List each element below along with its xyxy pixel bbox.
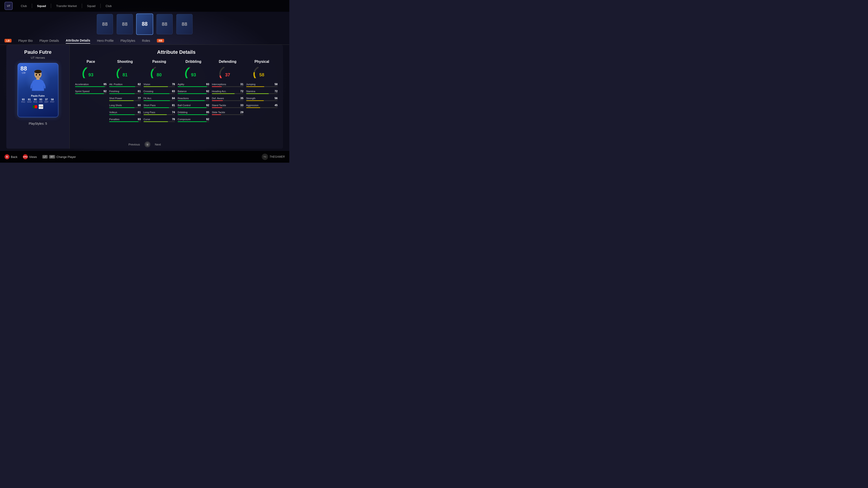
attr-label-strength: Strength (246, 97, 256, 100)
back-button[interactable]: B Back (4, 154, 18, 159)
attr-row-long-pass: Long Pass74 (144, 111, 175, 115)
attr-bar-fill-curve (144, 121, 168, 122)
attr-val-heading-acc-: 72 (238, 90, 243, 93)
arc-meter-shooting: 81 (115, 65, 135, 78)
attr-bar-bg-acceleration (75, 86, 106, 87)
card-top-left: 88 LW (21, 66, 27, 74)
attr-bar-bg-balance (178, 93, 209, 94)
b-button-badge: B (4, 154, 9, 159)
carousel-card-1[interactable]: 88 (97, 14, 113, 34)
player-image (26, 68, 51, 93)
card-stats-row: 93 PAC 81 SHO 80 PAS 93 DRI 37 DEF (21, 98, 55, 103)
attr-bar-fill-volleys (109, 114, 135, 115)
attr-row-fk-acc-: FK Acc.84 (144, 97, 175, 101)
nav-squad-2[interactable]: Squad (84, 3, 98, 8)
tab-playstyles[interactable]: PlayStyles (121, 38, 135, 43)
top-navigation: Club Squad Transfer Market Squad Club (18, 3, 114, 8)
svg-point-1 (34, 70, 41, 73)
attr-bar-bg-aggression (246, 107, 278, 108)
player-team: UT Heroes (31, 56, 45, 59)
attr-bar-bg-short-pass (144, 107, 175, 108)
attr-label-interceptions: Interceptions (212, 83, 226, 86)
attr-row-vision: Vision78 (144, 83, 175, 87)
playstyles-label: PlayStyles: 5 (29, 122, 47, 125)
nav-transfer-market[interactable]: Transfer Market (53, 3, 79, 8)
attr-row-def--aware: Def. Aware35 (212, 97, 243, 101)
tab-player-details[interactable]: Player Details (39, 38, 59, 43)
attr-category-shooting: Shooting 81 (109, 60, 141, 80)
attr-val-short-pass: 81 (169, 104, 175, 107)
attr-val-vision: 78 (169, 83, 175, 86)
attr-row-stamina: Stamina72 (246, 90, 278, 94)
attr-label-stand-tackle: Stand Tackle (212, 104, 226, 107)
attr-row-slide-tackle: Slide Tackle29 (212, 111, 243, 115)
svg-text:9: 9 (147, 143, 148, 146)
nav-club-2[interactable]: Club (103, 3, 114, 8)
attr-label-heading-acc-: Heading Acc. (212, 90, 226, 93)
attr-val-shot-power: 77 (135, 97, 141, 100)
attr-label-long-shots: Long Shots (109, 104, 122, 107)
attr-label-agility: Agility (178, 83, 184, 86)
change-player-label: Change Player (57, 155, 76, 159)
nav-squad[interactable]: Squad (34, 3, 49, 8)
attr-bar-bg-stand-tackle (212, 107, 243, 108)
card-stat-sho: 81 SHO (27, 98, 32, 103)
attr-column-defending: Defending 37 Interceptions31Heading Acc.… (212, 60, 243, 124)
right-panel: Attribute Details Pace 93 Acceleration95… (70, 45, 283, 149)
svg-point-3 (36, 74, 37, 76)
carousel-card-2[interactable]: 88 (117, 14, 133, 34)
arc-meter-pace: 93 (81, 65, 101, 78)
attr-val-def--aware: 35 (238, 97, 243, 100)
attr-bar-bg-dribbling (178, 114, 209, 115)
attr-bar-bg-fk-acc- (144, 100, 175, 101)
pagination-icon: 9 (146, 142, 149, 146)
attr-row-reactions: Reactions86 (178, 97, 209, 101)
attr-val-stand-tackle: 33 (238, 104, 243, 107)
card-rating-active: 88 (142, 21, 148, 27)
attr-category-physical: Physical 58 (246, 60, 278, 80)
attr-bar-bg-slide-tackle (212, 114, 243, 115)
nav-club[interactable]: Club (18, 3, 30, 8)
tab-attribute-details[interactable]: Attribute Details (66, 38, 90, 43)
lb-button[interactable]: LB (4, 39, 11, 42)
attr-row-short-pass: Short Pass81 (144, 104, 175, 108)
attr-category-label-physical: Physical (246, 60, 278, 64)
attr-bar-fill-stand-tackle (212, 107, 222, 108)
attr-category-label-passing: Passing (144, 60, 175, 64)
league-badge: LaLiga (39, 104, 43, 109)
carousel-card-active[interactable]: 88 (136, 13, 153, 35)
carousel-card-5[interactable]: 88 (176, 14, 193, 34)
tab-hero-profile[interactable]: Hero Profile (97, 38, 114, 43)
attr-bar-fill-vision (144, 86, 168, 87)
bottom-right: TG THEGAMER (262, 154, 285, 160)
attr-bar-bg-finishing (109, 93, 141, 94)
tab-roles[interactable]: Roles (142, 38, 150, 43)
attr-val-finishing: 81 (135, 90, 141, 93)
attr-val-volleys: 81 (135, 111, 141, 114)
attr-bar-fill-att--position (109, 86, 135, 87)
attribute-title: Attribute Details (75, 49, 278, 55)
card-rating-2: 88 (122, 21, 127, 27)
r-button-badge: ◄R► (23, 154, 28, 159)
attr-row-agility: Agility93 (178, 83, 209, 87)
nav-divider-3 (82, 4, 82, 8)
attr-row-sprint-speed: Sprint Speed92 (75, 90, 106, 94)
attr-label-shot-power: Shot Power (109, 97, 122, 100)
carousel-card-4[interactable]: 88 (156, 14, 173, 34)
rb-button[interactable]: RB (157, 39, 164, 42)
views-button[interactable]: ◄R► Views (23, 154, 37, 159)
change-player-button[interactable]: LT RT Change Player (42, 155, 76, 159)
back-label: Back (11, 155, 18, 159)
attr-bar-fill-agility (178, 86, 207, 87)
tab-player-bio[interactable]: Player Bio (18, 38, 33, 43)
left-panel: Paulo Futre UT Heroes 88 LW (6, 45, 70, 149)
next-button[interactable]: Next (155, 143, 161, 146)
attr-label-dribbling: Dribbling (178, 111, 187, 113)
previous-button[interactable]: Previous (128, 143, 140, 146)
attr-bar-fill-interceptions (212, 86, 221, 87)
attr-label-stamina: Stamina (246, 90, 255, 93)
attr-label-slide-tackle: Slide Tackle (212, 111, 225, 113)
svg-point-4 (39, 74, 40, 76)
attr-bar-fill-crossing (144, 93, 170, 94)
attr-label-def--aware: Def. Aware (212, 97, 224, 100)
